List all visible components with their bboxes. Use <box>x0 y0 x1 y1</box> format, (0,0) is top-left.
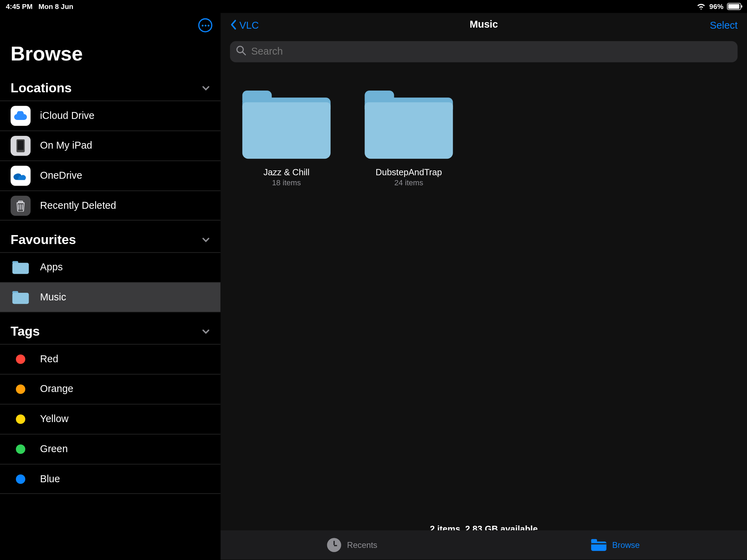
sidebar-item-label: iCloud Drive <box>40 110 94 122</box>
tag-label: Blue <box>40 473 60 485</box>
chevron-left-icon <box>230 19 237 32</box>
folder-name: Jazz & Chill <box>264 167 310 177</box>
folder-icon <box>591 539 606 551</box>
chevron-down-icon <box>202 232 210 248</box>
search-input[interactable] <box>251 46 732 58</box>
trash-icon <box>11 196 31 216</box>
sidebar-item-on-my-ipad[interactable]: On My iPad <box>0 131 221 161</box>
tag-label: Red <box>40 353 58 365</box>
folder-grid: Jazz & Chill 18 items DubstepAndTrap 24 … <box>221 69 747 208</box>
icloud-icon <box>11 106 31 126</box>
section-header-favourites[interactable]: Favourites <box>0 229 221 252</box>
status-left: 4:45 PM Mon 8 Jun <box>6 2 73 11</box>
sidebar-item-music[interactable]: Music <box>0 282 221 312</box>
sidebar-item-label: Apps <box>40 262 63 273</box>
chevron-down-icon <box>202 81 210 96</box>
tab-label: Browse <box>612 540 639 550</box>
tab-bar: Recents Browse <box>221 530 747 560</box>
tag-item-yellow[interactable]: Yellow <box>0 404 221 434</box>
more-button[interactable] <box>198 18 212 32</box>
battery-fill <box>728 4 739 9</box>
sidebar-item-apps[interactable]: Apps <box>0 252 221 282</box>
folder-icon <box>242 91 331 159</box>
sidebar-title: Browse <box>0 35 221 77</box>
split-view: Browse Locations iCloud Drive <box>0 13 747 560</box>
folder-meta: 18 items <box>272 178 301 187</box>
folder-meta: 24 items <box>394 178 423 187</box>
chevron-down-icon <box>202 324 210 339</box>
search-field[interactable] <box>230 41 738 62</box>
sidebar-item-label: On My iPad <box>40 140 92 152</box>
tag-item-orange[interactable]: Orange <box>0 374 221 404</box>
tab-label: Recents <box>347 540 377 550</box>
tag-item-green[interactable]: Green <box>0 434 221 464</box>
tag-label: Orange <box>40 383 73 395</box>
sidebar-item-label: Recently Deleted <box>40 199 116 211</box>
app-root: 4:45 PM Mon 8 Jun 96% Browse Locat <box>0 0 747 560</box>
clock-icon <box>327 538 341 552</box>
tag-dot-icon <box>11 349 31 369</box>
svg-line-3 <box>243 52 246 55</box>
onedrive-icon <box>11 166 31 186</box>
folder-item[interactable]: Jazz & Chill 18 items <box>242 91 331 187</box>
section-label: Locations <box>11 81 72 96</box>
status-time: 4:45 PM <box>6 2 33 11</box>
tag-label: Green <box>40 443 68 455</box>
svg-point-2 <box>237 46 243 53</box>
content-pane: VLC Music Select Jazz & Chi <box>221 13 747 560</box>
folder-icon <box>365 91 453 159</box>
back-button[interactable]: VLC <box>230 19 259 32</box>
wifi-icon <box>697 2 706 11</box>
tag-item-red[interactable]: Red <box>0 344 221 374</box>
tag-dot-icon <box>11 379 31 399</box>
tab-recents[interactable]: Recents <box>221 530 484 560</box>
svg-rect-1 <box>18 140 24 150</box>
section-header-locations[interactable]: Locations <box>0 77 221 101</box>
folder-icon <box>11 287 31 307</box>
sidebar-top <box>0 13 221 35</box>
search-icon <box>236 45 247 58</box>
search-wrap <box>221 39 747 69</box>
sidebar-item-recently-deleted[interactable]: Recently Deleted <box>0 190 221 221</box>
tag-label: Yellow <box>40 413 69 425</box>
sidebar-item-icloud-drive[interactable]: iCloud Drive <box>0 101 221 131</box>
tag-item-blue[interactable]: Blue <box>0 464 221 494</box>
back-label: VLC <box>239 20 259 32</box>
sidebar-item-onedrive[interactable]: OneDrive <box>0 160 221 190</box>
tag-dot-icon <box>11 439 31 459</box>
nav-bar: VLC Music Select <box>221 13 747 39</box>
folder-item[interactable]: DubstepAndTrap 24 items <box>364 91 454 187</box>
section-label: Favourites <box>11 232 76 248</box>
tags-list: Red Orange Yellow Green Blue <box>0 344 221 494</box>
locations-list: iCloud Drive On My iPad OneDrive <box>0 101 221 221</box>
status-date: Mon 8 Jun <box>38 2 73 11</box>
sidebar: Browse Locations iCloud Drive <box>0 13 221 560</box>
status-bar: 4:45 PM Mon 8 Jun 96% <box>0 0 747 13</box>
sidebar-item-label: OneDrive <box>40 170 82 182</box>
folder-icon <box>11 258 31 278</box>
section-label: Tags <box>11 324 40 339</box>
nav-title: Music <box>470 19 498 30</box>
battery-percent: 96% <box>709 2 723 11</box>
sidebar-item-label: Music <box>40 291 66 303</box>
tab-browse[interactable]: Browse <box>484 530 747 560</box>
tag-dot-icon <box>11 469 31 489</box>
favourites-list: Apps Music <box>0 252 221 312</box>
status-right: 96% <box>697 2 741 11</box>
folder-name: DubstepAndTrap <box>376 167 442 177</box>
select-button[interactable]: Select <box>710 20 737 32</box>
section-header-tags[interactable]: Tags <box>0 320 221 344</box>
battery-icon <box>727 3 741 10</box>
tag-dot-icon <box>11 409 31 429</box>
ipad-icon <box>11 136 31 156</box>
